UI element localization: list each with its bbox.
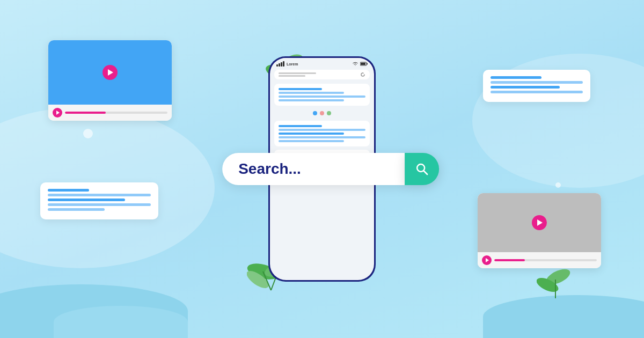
fcl-line-3 — [48, 199, 125, 201]
pc1-l2 — [279, 92, 344, 94]
phone-status-bar: Lorem — [270, 58, 374, 68]
deco-circle-1 — [83, 129, 93, 138]
mini-triangle-right — [486, 258, 489, 262]
pc1-l1 — [279, 88, 322, 90]
video-card-bottom-right — [478, 193, 601, 268]
svg-rect-15 — [361, 63, 365, 65]
play-button-left[interactable] — [103, 65, 118, 80]
fc-line-3 — [491, 86, 560, 89]
play-triangle-left — [108, 69, 113, 76]
status-left: Lorem — [276, 61, 298, 67]
pc2-l5 — [279, 140, 344, 142]
play-button-right[interactable] — [532, 215, 547, 230]
fcl-line-5 — [48, 208, 105, 211]
psl-1 — [279, 72, 316, 74]
psl-2 — [279, 75, 305, 77]
carrier-label: Lorem — [287, 62, 298, 66]
dot-pink — [320, 111, 324, 115]
wifi-icon — [352, 61, 358, 67]
progress-bg-left — [65, 112, 167, 114]
video-card-top-left — [48, 40, 172, 121]
battery-icon — [360, 62, 368, 66]
signal-bars — [276, 61, 284, 67]
svg-rect-14 — [367, 63, 368, 65]
fc-line-1 — [491, 76, 541, 79]
bar-3 — [281, 62, 282, 67]
pc2-l1 — [279, 125, 322, 127]
fc-line-2 — [491, 81, 583, 84]
bar-4 — [283, 61, 284, 67]
deco-circle-3 — [555, 182, 561, 188]
float-card-top-right — [483, 70, 590, 102]
search-icon — [414, 161, 429, 177]
svg-line-17 — [424, 171, 428, 175]
bar-2 — [279, 63, 280, 67]
fcl-line-1 — [48, 189, 89, 192]
video-thumb-right — [478, 193, 601, 252]
pc1-l3 — [279, 95, 365, 98]
plant-right-bottom — [537, 261, 574, 306]
video-thumb-left — [48, 40, 172, 105]
phone-refresh-icon — [360, 72, 365, 77]
pc1-l4 — [279, 99, 344, 101]
phone-search-bar[interactable] — [274, 70, 370, 79]
phone-dots — [274, 109, 370, 117]
hill-center — [54, 306, 188, 338]
fcl-line-4 — [48, 203, 151, 206]
phone-search-lines — [279, 72, 316, 77]
phone-card-2 — [274, 121, 370, 146]
progress-fill-left — [65, 112, 106, 114]
fcl-line-2 — [48, 194, 151, 196]
float-card-left — [40, 182, 158, 219]
video-progress-left — [48, 105, 172, 121]
dot-blue — [313, 111, 317, 115]
pc2-l3 — [279, 133, 344, 135]
search-button[interactable] — [405, 153, 439, 185]
search-input[interactable]: Search... — [222, 153, 405, 185]
mini-play-right[interactable] — [482, 255, 492, 265]
mini-triangle-left — [56, 111, 60, 115]
mini-play-left[interactable] — [53, 108, 62, 117]
play-triangle-right — [537, 219, 543, 226]
progress-fill-right — [494, 259, 525, 261]
status-right — [352, 61, 368, 67]
pc2-l4 — [279, 136, 365, 138]
fc-line-4 — [491, 91, 583, 93]
bar-1 — [276, 64, 278, 67]
search-bar-container: Search... — [222, 153, 439, 185]
phone-card-1 — [274, 84, 370, 106]
pc2-l2 — [279, 129, 365, 131]
dot-green — [327, 111, 331, 115]
